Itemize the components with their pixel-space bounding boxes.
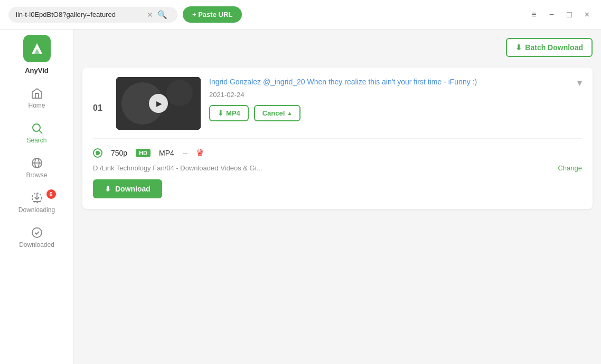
search-bar: ✕ 🔍: [8, 7, 177, 23]
video-title: Ingrid Gonzalez @_ingrid_20 When they re…: [209, 77, 477, 88]
sidebar-item-label-browse: Browse: [26, 171, 47, 179]
sidebar-item-home[interactable]: Home: [11, 82, 63, 114]
sidebar-item-label-home: Home: [28, 102, 45, 109]
app-name: AnyVid: [25, 66, 49, 74]
download-button[interactable]: ⬇ Download: [93, 179, 162, 198]
path-row: D:/Link Technology Fan/04 - Downloaded V…: [93, 164, 582, 172]
hd-badge: HD: [136, 149, 151, 157]
paste-url-button[interactable]: + Paste URL: [183, 6, 242, 23]
quality-row: 750p HD MP4 -- ♛: [93, 138, 582, 159]
sidebar-item-label-downloaded: Downloaded: [19, 241, 54, 248]
download-btn-icon: ⬇: [105, 185, 111, 193]
content-header: ⬇ Batch Download: [82, 38, 593, 63]
sidebar-item-downloading[interactable]: 6 Downloading: [11, 186, 63, 219]
chevron-down-icon[interactable]: ▾: [577, 77, 582, 89]
sidebar-item-browse[interactable]: Browse: [11, 151, 63, 184]
titlebar-left: ✕ 🔍 + Paste URL: [8, 6, 528, 23]
video-thumbnail[interactable]: [116, 77, 201, 130]
download-btn-label: Download: [115, 185, 151, 193]
video-date: 2021-02-24: [209, 91, 582, 99]
quality-label: 750p: [111, 149, 127, 157]
radio-dot: [96, 151, 100, 155]
titlebar: ✕ 🔍 + Paste URL ≡ − □ ×: [0, 0, 601, 30]
mp4-button[interactable]: ⬇ MP4: [209, 105, 249, 121]
video-title-row: Ingrid Gonzalez @_ingrid_20 When they re…: [209, 77, 582, 91]
crown-icon: ♛: [196, 147, 204, 159]
play-button[interactable]: [149, 94, 168, 113]
menu-button[interactable]: ≡: [528, 8, 539, 22]
titlebar-right: ≡ − □ ×: [528, 8, 593, 22]
close-button[interactable]: ×: [581, 8, 593, 22]
radio-button[interactable]: [93, 148, 102, 158]
content-area: ⬇ Batch Download 01 Ingrid Gonzalez @_: [74, 30, 601, 364]
chevron-up-icon: ▲: [287, 110, 292, 116]
search-input[interactable]: [16, 11, 143, 18]
sidebar-item-label-search: Search: [26, 137, 46, 144]
cancel-label: Cancel: [262, 109, 285, 117]
app-logo: [23, 35, 51, 62]
svg-point-2: [33, 124, 40, 131]
format-label: MP4: [159, 149, 174, 157]
thumb-content: [116, 77, 201, 130]
sidebar-item-search[interactable]: Search: [11, 117, 63, 149]
video-number: 01: [93, 103, 108, 113]
maximize-button[interactable]: □: [564, 8, 575, 22]
dash-label: --: [183, 149, 187, 157]
sidebar: AnyVid Home Search Browse: [0, 30, 74, 364]
sidebar-item-label-downloading: Downloading: [18, 206, 55, 214]
batch-download-button[interactable]: ⬇ Batch Download: [506, 38, 593, 57]
main-layout: AnyVid Home Search Browse: [0, 30, 601, 364]
video-actions: ⬇ MP4 Cancel ▲: [209, 105, 582, 121]
video-info: Ingrid Gonzalez @_ingrid_20 When they re…: [209, 77, 582, 121]
mp4-label: MP4: [226, 109, 240, 117]
clear-icon[interactable]: ✕: [147, 11, 153, 19]
minimize-button[interactable]: −: [546, 8, 557, 22]
sidebar-item-downloaded[interactable]: Downloaded: [11, 221, 63, 254]
svg-line-3: [39, 131, 42, 134]
svg-point-8: [32, 228, 42, 237]
batch-download-label: Batch Download: [525, 43, 583, 52]
change-path-link[interactable]: Change: [558, 164, 582, 172]
downloading-badge: 6: [46, 189, 56, 199]
video-header: 01 Ingrid Gonzalez @_ingrid_20 When they…: [93, 77, 582, 130]
download-path: D:/Link Technology Fan/04 - Downloaded V…: [93, 164, 552, 172]
download-small-icon: ⬇: [218, 109, 223, 117]
video-card: 01 Ingrid Gonzalez @_ingrid_20 When they…: [82, 68, 593, 209]
download-icon: ⬇: [515, 43, 522, 52]
search-icon: 🔍: [157, 10, 167, 20]
cancel-button[interactable]: Cancel ▲: [254, 105, 301, 121]
